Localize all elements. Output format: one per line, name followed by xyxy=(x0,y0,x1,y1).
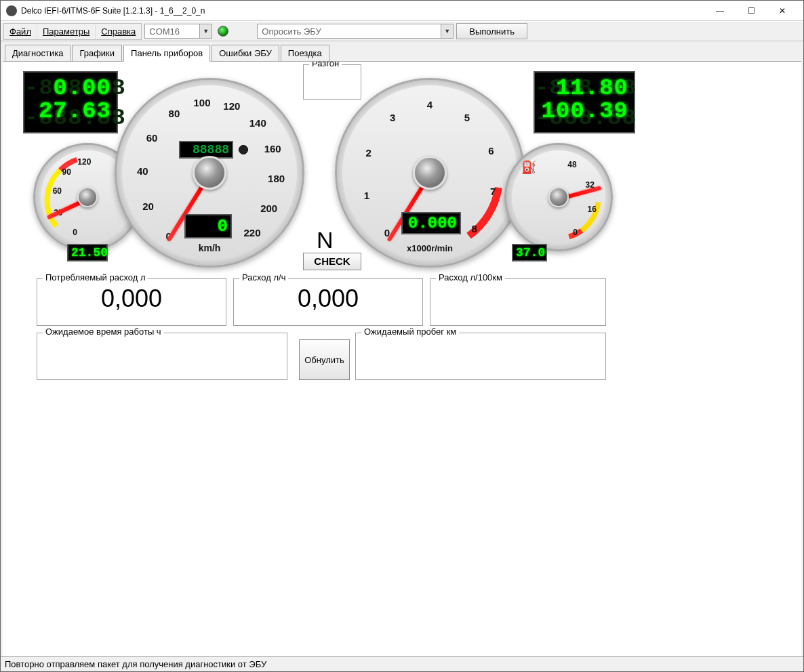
command-placeholder: Опросить ЭБУ xyxy=(258,26,441,37)
expected-range-label: Ожидаемый пробег км xyxy=(361,327,459,337)
lcd-left-bottom: 27.63 xyxy=(30,100,111,123)
menu-file[interactable]: Файл xyxy=(4,24,37,39)
fuel-rate-box: Расход л/ч 0,000 xyxy=(233,278,423,326)
command-combo[interactable]: Опросить ЭБУ ▼ xyxy=(257,24,454,39)
expected-uptime-box: Ожидаемое время работы ч xyxy=(37,333,287,380)
chevron-down-icon: ▼ xyxy=(199,24,212,38)
port-value: COM16 xyxy=(145,26,199,37)
lcd-right-top: 11.80 xyxy=(540,77,628,100)
expected-range-value xyxy=(361,339,600,374)
menu-params[interactable]: Параметры xyxy=(37,24,96,39)
tab-trip[interactable]: Поездка xyxy=(281,45,329,62)
consumed-fuel-box: Потребляемый расход л 0,000 xyxy=(37,278,226,326)
window-title: Delco IEFI-6/ITMS-6F Suite [1.2.1.3] - 1… xyxy=(21,6,704,16)
reset-button[interactable]: Обнулить xyxy=(299,339,350,380)
expected-uptime-value xyxy=(43,339,281,374)
speedo-odo-bottom: 0 xyxy=(184,214,232,238)
fuel-rate-value: 0,000 xyxy=(239,285,417,320)
lcd-right: -888.88 11.80 -888.88 100.39 xyxy=(534,71,635,133)
lcd-left-top: 0.00 xyxy=(30,77,111,100)
fuel-per100-value xyxy=(436,285,600,320)
fuel-digital: 37.0 xyxy=(512,244,547,261)
connection-led-icon xyxy=(218,26,228,37)
port-combo[interactable]: COM16 ▼ xyxy=(144,24,212,39)
expected-uptime-label: Ожидаемое время работы ч xyxy=(43,327,164,337)
minimize-button[interactable]: — xyxy=(704,1,736,21)
dashboard-page: -888.88 0.00 -888.88 27.63 -888.88 11.80… xyxy=(3,61,801,656)
status-bar: Повторно отправляем пакет для получения … xyxy=(1,656,803,671)
temperature-digital: 21.50 xyxy=(67,244,108,261)
maximize-button[interactable]: ☐ xyxy=(736,1,767,21)
tab-strip: Диагностика Графики Панель приборов Ошиб… xyxy=(1,41,803,61)
status-text: Повторно отправляем пакет для получения … xyxy=(5,659,266,669)
tacho-unit: x1000r/min xyxy=(407,243,453,253)
speedo-unit: km/h xyxy=(199,243,221,253)
dashboard-cluster: -888.88 0.00 -888.88 27.63 -888.88 11.80… xyxy=(3,62,801,373)
tab-graphs[interactable]: Графики xyxy=(72,45,122,62)
tab-errors[interactable]: Ошибки ЭБУ xyxy=(212,45,279,62)
app-window: Delco IEFI-6/ITMS-6F Suite [1.2.1.3] - 1… xyxy=(0,0,804,672)
execute-button[interactable]: Выполнить xyxy=(456,23,527,39)
close-button[interactable]: ✕ xyxy=(767,1,798,21)
titlebar: Delco IEFI-6/ITMS-6F Suite [1.2.1.3] - 1… xyxy=(1,1,803,21)
fuel-gauge: ⛽ 0 16 32 48 37.0 xyxy=(504,143,613,251)
expected-range-box: Ожидаемый пробег км xyxy=(355,333,606,380)
lcd-left: -888.88 0.00 -888.88 27.63 xyxy=(23,71,118,133)
fuel-per100-box: Расход л/100км xyxy=(430,278,606,326)
tab-dashboard[interactable]: Панель приборов xyxy=(123,45,210,62)
fuel-pump-icon: ⛽ xyxy=(521,160,536,175)
menu-group: Файл Параметры Справка xyxy=(3,23,142,40)
fuel-per100-label: Расход л/100км xyxy=(436,272,505,282)
tachometer-gauge: 0 1 2 3 4 5 6 7 8 0.000 x1000r/min xyxy=(335,78,525,268)
lcd-right-bottom: 100.39 xyxy=(540,100,628,123)
speedometer-gauge: 0 20 40 60 80 100 120 140 160 180 200 22… xyxy=(115,78,304,268)
app-icon xyxy=(6,5,17,16)
tacho-digital: 0.000 xyxy=(401,212,461,234)
fuel-rate-label: Расход л/ч xyxy=(239,272,288,282)
tab-diagnostics[interactable]: Диагностика xyxy=(5,45,71,62)
consumed-fuel-value: 0,000 xyxy=(43,285,220,320)
gear-indicator: N xyxy=(317,227,334,253)
chevron-down-icon: ▼ xyxy=(441,24,453,38)
warning-dot-icon xyxy=(239,145,248,154)
toolbar: Файл Параметры Справка COM16 ▼ Опросить … xyxy=(1,21,803,41)
menu-help[interactable]: Справка xyxy=(96,24,141,39)
acceleration-label: Разгон xyxy=(309,61,342,68)
consumed-fuel-label: Потребляемый расход л xyxy=(43,272,148,282)
